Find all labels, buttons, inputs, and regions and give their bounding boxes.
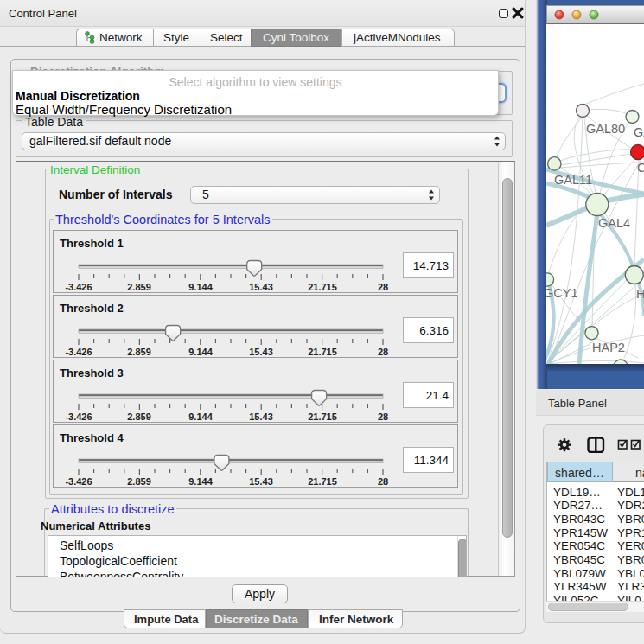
svg-text:GA: GA (634, 125, 644, 139)
svg-text:C: C (637, 161, 644, 175)
svg-text:GCY1: GCY1 (546, 286, 578, 300)
svg-text:GAL4: GAL4 (598, 216, 630, 230)
svg-text:HAP2: HAP2 (592, 341, 625, 354)
svg-text:GAL11: GAL11 (554, 173, 592, 187)
svg-text:GAL80: GAL80 (586, 122, 625, 136)
svg-text:H: H (636, 287, 644, 301)
